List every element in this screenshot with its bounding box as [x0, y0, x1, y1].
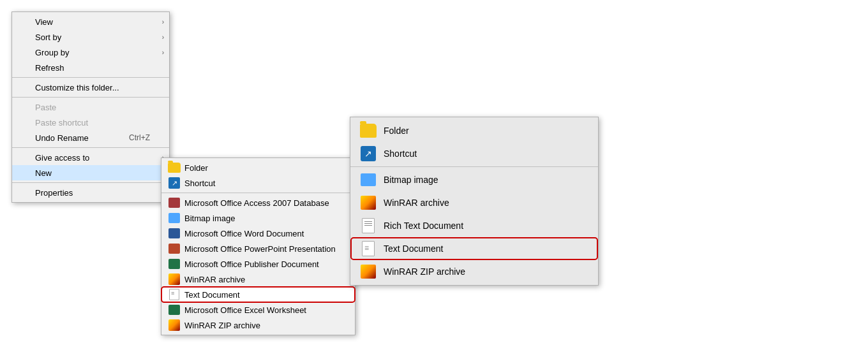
menu-item-customize[interactable]: Customize this folder... [12, 80, 169, 95]
submenu-arrow: › [162, 18, 164, 26]
main-context-menu: View › Sort by › Group by › Refresh Cust… [11, 11, 170, 203]
winrar-icon [168, 274, 181, 284]
menu-item-paste: Paste [12, 99, 169, 115]
menu-item-new[interactable]: New › [12, 165, 169, 180]
menu-item-publisher[interactable]: Microsoft Office Publisher Document [161, 256, 355, 272]
menu-item-excel[interactable]: Microsoft Office Excel Worksheet [161, 302, 355, 317]
menu-item-give-access[interactable]: Give access to › [12, 150, 169, 165]
customize-icon [19, 82, 31, 92]
text-doc-icon [359, 241, 377, 256]
zip-icon [168, 320, 181, 330]
share-icon [19, 152, 31, 163]
access-icon [168, 198, 181, 208]
shortcut-icon [168, 178, 181, 188]
text-doc-icon [168, 289, 181, 300]
new-submenu-large: Folder Shortcut Bitmap image WinRAR arch… [350, 117, 599, 286]
bitmap-icon [359, 172, 377, 187]
menu-item-rtf-lg[interactable]: Rich Text Document [350, 214, 598, 237]
menu-item-folder-lg[interactable]: Folder [350, 119, 598, 142]
menu-item-zip[interactable]: WinRAR ZIP archive [161, 317, 355, 333]
ppt-icon [168, 244, 181, 254]
menu-item-view[interactable]: View › [12, 14, 169, 29]
menu-item-group-by[interactable]: Group by › [12, 45, 169, 60]
menu-item-text-doc-lg[interactable]: Text Document [350, 237, 598, 260]
folder-icon [168, 163, 181, 173]
menu-item-bitmap[interactable]: Bitmap image [161, 210, 355, 226]
publisher-icon [168, 259, 181, 269]
separator [12, 147, 169, 148]
menu-item-ppt[interactable]: Microsoft Office PowerPoint Presentation [161, 241, 355, 256]
menu-item-shortcut-lg[interactable]: Shortcut [350, 142, 598, 165]
winrar-icon [359, 195, 377, 210]
folder-icon [359, 123, 377, 138]
new-submenu: Folder Shortcut Microsoft Office Access … [161, 157, 355, 335]
menu-item-access-db[interactable]: Microsoft Office Access 2007 Database [161, 195, 355, 210]
view-icon [19, 17, 31, 27]
menu-item-paste-shortcut: Paste shortcut [12, 115, 169, 130]
bitmap-icon [168, 213, 181, 223]
submenu-arrow: › [162, 34, 164, 41]
paste-shortcut-icon [19, 117, 31, 128]
new-icon [19, 168, 31, 178]
word-icon [168, 228, 181, 238]
zip-icon [359, 264, 377, 279]
menu-item-folder[interactable]: Folder [161, 160, 355, 175]
undo-icon [19, 133, 31, 143]
menu-item-winrar[interactable]: WinRAR archive [161, 272, 355, 287]
group-icon [19, 47, 31, 57]
properties-icon [19, 187, 31, 198]
menu-item-word-doc[interactable]: Microsoft Office Word Document [161, 226, 355, 241]
menu-item-shortcut[interactable]: Shortcut [161, 175, 355, 191]
menu-item-properties[interactable]: Properties [12, 185, 169, 200]
menu-item-zip-lg[interactable]: WinRAR ZIP archive [350, 260, 598, 283]
menu-item-undo-rename[interactable]: Undo Rename Ctrl+Z [12, 130, 169, 145]
sort-icon [19, 32, 31, 42]
menu-item-bitmap-lg[interactable]: Bitmap image [350, 168, 598, 191]
shortcut-icon [359, 146, 377, 161]
separator [12, 182, 169, 183]
separator [12, 97, 169, 98]
rtf-icon [359, 218, 377, 233]
menu-item-winrar-lg[interactable]: WinRAR archive [350, 191, 598, 214]
separator [350, 166, 598, 167]
refresh-icon [19, 62, 31, 73]
menu-item-refresh[interactable]: Refresh [12, 60, 169, 75]
separator [12, 77, 169, 78]
paste-icon [19, 102, 31, 112]
excel-icon [168, 305, 181, 315]
menu-item-sort-by[interactable]: Sort by › [12, 29, 169, 45]
menu-item-text-doc[interactable]: Text Document [161, 287, 355, 302]
submenu-arrow: › [162, 49, 164, 56]
separator [161, 193, 355, 193]
